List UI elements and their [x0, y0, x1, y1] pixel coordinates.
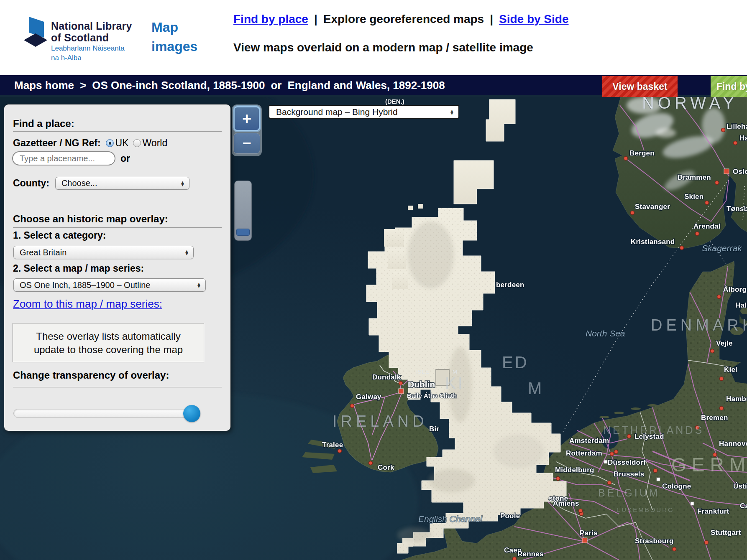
series-step-label: 2. Select a map / map series: — [13, 263, 144, 274]
select-arrows-icon: ▲▼ — [450, 109, 454, 115]
map-label: Brussels — [614, 470, 644, 478]
background-map-select[interactable]: Background map – Bing Hybrid ▲▼ — [269, 105, 459, 119]
map-label: Amsterdam — [569, 437, 609, 445]
map-label: Strasbourg — [635, 537, 674, 545]
zoom-to-series-link[interactable]: Zoom to this map / map series: — [13, 298, 162, 311]
map-label: KI — [445, 374, 464, 392]
zoom-in-button[interactable]: + — [233, 106, 260, 131]
zoom-control: + − — [232, 104, 262, 156]
map-label: M — [453, 369, 458, 375]
page-subtitle: View maps overlaid on a modern map / sat… — [233, 41, 533, 54]
map-label: LUXEMBOURG — [617, 506, 674, 513]
category-select[interactable]: Great Britain ▲▼ — [13, 246, 194, 259]
world-radio-label[interactable]: World — [143, 137, 168, 149]
site-header: National Library of Scotland Leabharlann… — [0, 0, 747, 75]
county-row: County: Choose... ▲▼ — [13, 177, 221, 190]
divider — [13, 131, 222, 132]
map-label: Galway — [356, 393, 381, 401]
zoom-slider-thumb[interactable] — [236, 229, 250, 236]
uk-radio[interactable] — [106, 139, 114, 147]
map-label: Düsseldorf — [608, 458, 646, 466]
map-label: Dublin — [408, 379, 435, 389]
breadcrumb-maps-home[interactable]: Maps home — [14, 79, 74, 92]
map-label: Cork — [378, 463, 394, 471]
map-label: Bremen — [701, 414, 728, 422]
map-label: Skagerrak — [702, 243, 742, 253]
divider — [13, 387, 222, 387]
logo-gaelic2: na h-Alba — [51, 53, 132, 63]
map-label: Stuttgart — [711, 529, 741, 537]
map-label: Skien — [684, 193, 704, 201]
zoom-out-button[interactable]: − — [233, 133, 260, 154]
map-label: Lillehammer — [727, 122, 747, 130]
background-map-value: Background map – Bing Hybrid — [276, 107, 398, 117]
placename-row: or — [12, 151, 130, 165]
nls-logo-text: National Library of Scotland Leabharlann… — [51, 20, 132, 63]
divider — [13, 227, 222, 228]
gazetteer-row: Gazetteer / NG Ref: UK World — [13, 137, 171, 149]
map-label: Rennes — [517, 550, 544, 558]
map-label: Bir — [429, 425, 439, 433]
search-panel: Find a place: Gazetteer / NG Ref: UK Wor… — [4, 104, 230, 431]
map-label: Drammen — [678, 173, 711, 181]
logo-line1: National Library — [51, 20, 132, 32]
transparency-slider-thumb[interactable] — [183, 405, 200, 422]
nav-explore-georeferenced[interactable]: Explore georeferenced maps — [323, 13, 484, 25]
map-label: Kiel — [724, 366, 737, 374]
map-label: M — [528, 379, 543, 397]
select-arrows-icon: ▲▼ — [184, 250, 189, 255]
find-a-place-heading: Find a place: — [13, 118, 74, 130]
map-label: Paris — [580, 529, 598, 537]
logo-gaelic1: Leabharlann Nàiseanta — [51, 43, 132, 53]
map-label: Poole — [500, 512, 520, 520]
map-label: GERMANY — [671, 454, 747, 476]
map-label: Ålborg — [723, 285, 747, 293]
map-label: stone — [549, 494, 568, 502]
breadcrumb: Maps home > OS One-inch Scotland, 1885-1… — [14, 75, 451, 95]
overlay-heading: Choose an historic map overlay: — [13, 213, 168, 225]
map-label: Vejle — [716, 339, 733, 347]
transparency-slider[interactable] — [13, 409, 199, 418]
nls-logo-icon — [23, 16, 49, 58]
map-series-select[interactable]: OS One Inch, 1885–1900 – Outline ▲▼ — [13, 278, 206, 292]
map-label: Stavanger — [635, 203, 670, 211]
county-select[interactable]: Choose... ▲▼ — [55, 177, 189, 190]
find-by-button[interactable]: Find by — [711, 76, 747, 97]
site-title: Map images — [151, 18, 197, 56]
map-label: NORWAY — [642, 97, 738, 112]
map-label: Tønsberg — [727, 205, 747, 213]
nav-find-by-place[interactable]: Find by place — [233, 13, 308, 25]
map-label: Cassel — [740, 502, 747, 510]
map-label: North Sea — [586, 328, 625, 338]
map-label: Hamar — [739, 134, 747, 142]
placename-input[interactable] — [12, 151, 115, 165]
select-arrows-icon: ▲▼ — [197, 283, 201, 288]
category-step-label: 1. Select a category: — [13, 230, 106, 241]
overlay-note: These overlay lists automatically update… — [13, 323, 204, 362]
map-label: English Channel — [418, 514, 483, 524]
top-nav: Find by place|Explore georeferenced maps… — [233, 13, 569, 26]
map-label: Middelburg — [555, 466, 594, 474]
map-label: Cologne — [662, 482, 691, 490]
map-label: Frankfurt — [697, 507, 729, 515]
breadcrumb-series-england[interactable]: England and Wales, 1892-1908 — [287, 79, 445, 92]
breadcrumb-arrow: > — [80, 79, 86, 92]
select-arrows-icon: ▲▼ — [180, 181, 185, 186]
map-label: Halmstad — [735, 301, 747, 309]
world-radio[interactable] — [133, 139, 141, 147]
breadcrumb-series-scotland[interactable]: OS One-inch Scotland, 1885-1900 — [92, 79, 265, 92]
view-basket-button[interactable]: View basket — [602, 76, 678, 97]
zoom-level-slider[interactable] — [234, 181, 252, 241]
county-label: County: — [13, 178, 49, 189]
nav-side-by-side[interactable]: Side by Side — [499, 13, 569, 25]
map-label: Rotterdam — [566, 449, 602, 457]
map-label: ED — [502, 353, 529, 372]
map-label: BELGIUM — [598, 487, 660, 499]
uk-radio-label[interactable]: UK — [115, 137, 129, 149]
map-label: Hannover — [719, 440, 747, 448]
map-label: Bergen — [629, 149, 655, 157]
transparency-heading: Change transparency of overlay: — [13, 369, 169, 381]
map-label: Lelystad — [634, 433, 664, 440]
map-label: Tralee — [322, 441, 343, 449]
map-label: Baile Átha Cliath — [407, 392, 457, 399]
